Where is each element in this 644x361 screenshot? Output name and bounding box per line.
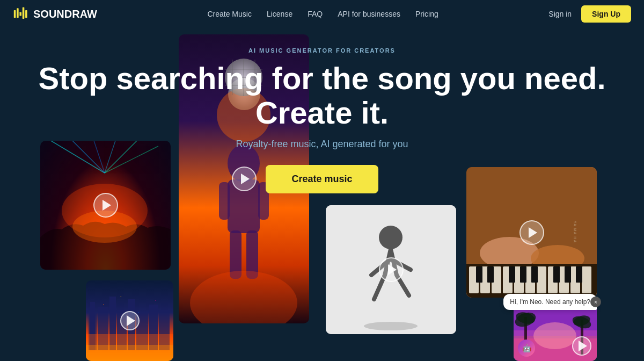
svg-point-70 <box>533 322 576 349</box>
nav-license[interactable]: License <box>267 10 292 18</box>
svg-rect-64 <box>576 266 582 283</box>
chat-close-button[interactable]: × <box>590 297 601 307</box>
svg-rect-23 <box>86 345 173 361</box>
neo-chat-message: Hi, I'm Neo. Need any help? <box>510 298 590 306</box>
logo[interactable]: SOUNDRAW <box>13 5 97 23</box>
svg-rect-4 <box>25 10 27 18</box>
piano-play-button[interactable] <box>519 220 544 245</box>
nav-links: Create Music License FAQ API for busines… <box>207 10 438 18</box>
svg-rect-58 <box>487 266 494 283</box>
city-card <box>86 280 173 361</box>
dancer-play-button[interactable] <box>379 257 404 282</box>
hero-section: AI MUSIC GENERATOR FOR CREATORS Stop sea… <box>0 28 644 193</box>
logo-icon <box>13 5 30 23</box>
city-play-button[interactable] <box>120 311 140 330</box>
svg-text:YA MA HA: YA MA HA <box>573 221 577 243</box>
svg-rect-61 <box>531 266 538 283</box>
svg-rect-60 <box>520 266 526 283</box>
svg-point-41 <box>364 322 418 330</box>
nav-faq[interactable]: FAQ <box>308 10 323 18</box>
neo-avatar: 🤖 <box>518 340 535 357</box>
svg-rect-59 <box>509 266 515 283</box>
svg-rect-1 <box>17 8 19 18</box>
dancer-card <box>326 205 456 334</box>
hero-title-line1: Stop searching for the song you need. <box>39 61 606 96</box>
svg-rect-2 <box>19 12 21 16</box>
svg-rect-63 <box>565 266 571 283</box>
svg-rect-56 <box>582 266 591 293</box>
sign-in-link[interactable]: Sign in <box>548 10 572 18</box>
create-music-button[interactable]: Create music <box>266 165 378 193</box>
hero-subtitle: Royalty-free music, AI generated for you <box>0 139 644 150</box>
svg-rect-0 <box>14 10 16 18</box>
neo-play-button[interactable] <box>572 336 591 356</box>
hero-title-line2: Create it. <box>255 95 389 130</box>
svg-point-40 <box>379 226 402 249</box>
svg-rect-3 <box>23 8 25 19</box>
neo-chat-bubble: Hi, I'm Neo. Need any help? <box>503 294 597 310</box>
nav-create-music[interactable]: Create Music <box>207 10 251 18</box>
hero-badge: AI MUSIC GENERATOR FOR CREATORS <box>0 47 644 54</box>
neo-card: × Hi, <box>514 301 597 361</box>
nav-actions: Sign in Sign Up <box>548 5 631 23</box>
svg-rect-52 <box>537 266 546 293</box>
sign-up-button[interactable]: Sign Up <box>581 5 631 23</box>
logo-text: SOUNDRAW <box>33 8 97 20</box>
hero-title: Stop searching for the song you need. Cr… <box>0 61 644 130</box>
nav-api[interactable]: API for businesses <box>338 10 400 18</box>
svg-point-38 <box>190 271 297 323</box>
svg-rect-62 <box>553 266 560 283</box>
concert-play-button[interactable] <box>93 193 118 218</box>
svg-rect-57 <box>476 266 482 283</box>
nav-pricing[interactable]: Pricing <box>415 10 438 18</box>
navigation: SOUNDRAW Create Music License FAQ API fo… <box>0 0 644 28</box>
